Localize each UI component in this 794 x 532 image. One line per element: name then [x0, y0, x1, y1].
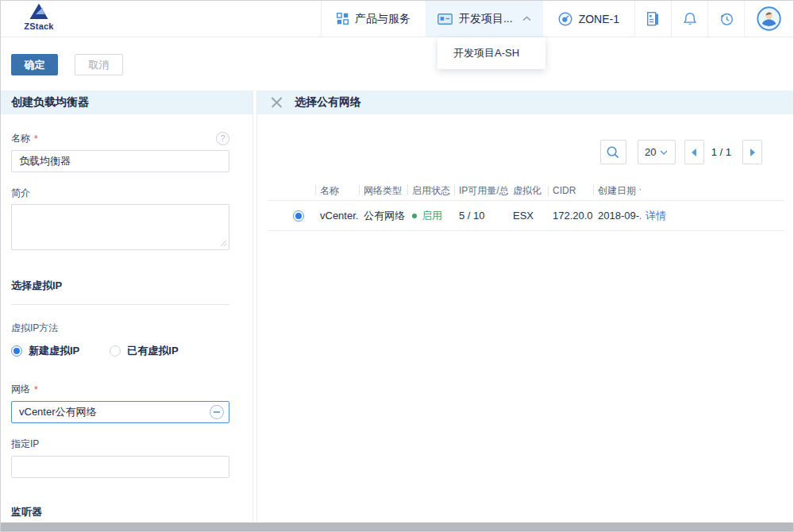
- state-label: 启用: [422, 209, 442, 223]
- create-lb-form: 名称 * ? 简介 选择虚拟IP 虚拟IP方法: [1, 132, 252, 532]
- network-label: 网络: [11, 383, 30, 396]
- avatar-icon: [757, 6, 781, 31]
- grid-icon: [337, 13, 349, 25]
- zstack-logo-text: ZStack: [15, 21, 63, 31]
- confirm-button[interactable]: 确定: [11, 54, 58, 75]
- radio-unselected-icon: [110, 345, 121, 357]
- cancel-button[interactable]: 取消: [75, 54, 123, 75]
- project-card-icon: [437, 13, 453, 25]
- name-label: 名称: [11, 132, 30, 145]
- radio-selected-icon: [11, 345, 22, 357]
- radio-existing-vip[interactable]: 已有虚拟IP: [110, 344, 178, 358]
- nav-products-services[interactable]: 产品与服务: [321, 1, 426, 37]
- desc-label-row: 简介: [11, 187, 229, 200]
- create-lb-panel-header: 创建负载均衡器: [1, 91, 252, 114]
- vip-method-radios: 新建虚拟IP 已有虚拟IP: [11, 344, 229, 358]
- create-lb-panel: 创建负载均衡器 名称 * ? 简介 选择虚拟IP: [1, 91, 253, 522]
- header-created-date[interactable]: 创建日期: [593, 184, 641, 198]
- ip-input[interactable]: [11, 456, 229, 478]
- name-label-row: 名称 * ?: [11, 132, 229, 145]
- chevron-up-icon: [522, 16, 531, 21]
- remove-network-icon[interactable]: [210, 405, 224, 419]
- network-table: 名称 网络类型 启用状态 IP可用量/总额 虚拟化 CIDR 创建日期: [268, 181, 784, 231]
- nav-history-button[interactable]: [707, 1, 744, 37]
- name-input[interactable]: [11, 150, 229, 172]
- header-cidr: CIDR: [548, 185, 593, 196]
- action-bar: 确定 取消: [1, 37, 793, 91]
- resize-handle-icon[interactable]: [220, 240, 227, 247]
- vip-method-label: 虚拟IP方法: [11, 322, 229, 335]
- cell-state: 启用: [407, 209, 454, 223]
- next-arrow-icon: [750, 148, 755, 156]
- close-icon[interactable]: [271, 97, 283, 109]
- search-icon: [606, 145, 620, 160]
- radio-new-vip[interactable]: 新建虚拟IP: [11, 344, 79, 358]
- header-virtualization: 虚拟化: [508, 184, 548, 198]
- project-menu-item[interactable]: 开发项目A-SH: [437, 37, 545, 69]
- network-field: [11, 401, 229, 423]
- radio-new-vip-label: 新建虚拟IP: [29, 344, 79, 358]
- desc-textarea[interactable]: [11, 204, 229, 250]
- zstack-logo[interactable]: ZStack: [15, 3, 63, 31]
- search-button[interactable]: [600, 140, 626, 164]
- sort-caret-icon: [639, 189, 641, 195]
- help-icon[interactable]: ?: [216, 132, 229, 145]
- create-lb-title: 创建负载均衡器: [11, 95, 89, 110]
- document-icon: [646, 11, 661, 27]
- nav-products-label: 产品与服务: [355, 12, 410, 26]
- bottom-page-edge: [1, 522, 793, 532]
- desc-field-wrap: [11, 204, 229, 250]
- row-detail-link[interactable]: 详情: [641, 209, 784, 223]
- ip-label: 指定IP: [11, 438, 39, 451]
- select-network-header: 选择公有网络: [257, 91, 794, 114]
- row-radio[interactable]: [268, 210, 315, 222]
- vip-section-title: 选择虚拟IP: [11, 279, 229, 305]
- network-input[interactable]: [11, 401, 229, 423]
- page-size-select[interactable]: 20: [638, 140, 676, 164]
- cell-network-type: 公有网络: [359, 209, 407, 223]
- required-mark: *: [34, 384, 38, 395]
- header-network-type: 网络类型: [359, 184, 407, 198]
- zstack-app-window: ZStack 产品与服务 开发项目...: [0, 0, 794, 532]
- project-dropdown-menu: 开发项目A-SH: [437, 37, 545, 69]
- ip-label-row: 指定IP: [11, 438, 229, 451]
- top-navbar: ZStack 产品与服务 开发项目...: [1, 1, 793, 37]
- prev-arrow-icon: [692, 148, 696, 156]
- chevron-down-icon: [660, 150, 668, 155]
- page-info: 1 / 1: [711, 146, 731, 158]
- zone-compass-icon: [558, 12, 572, 26]
- row-radio-selected-icon: [293, 210, 304, 222]
- table-toolbar: 20 1 / 1: [257, 140, 762, 164]
- network-label-row: 网络 *: [11, 383, 229, 396]
- state-dot-icon: [412, 214, 417, 218]
- nav-user-avatar[interactable]: [744, 1, 793, 37]
- nav-operation-log-button[interactable]: [634, 1, 671, 37]
- header-name: 名称: [315, 184, 359, 198]
- nav-project-label: 开发项目...: [459, 12, 513, 26]
- header-ip-capacity: IP可用量/总额: [454, 184, 508, 198]
- header-state: 启用状态: [407, 184, 454, 198]
- page-size-value: 20: [645, 146, 656, 158]
- nav-zone-selector[interactable]: ZONE-1: [543, 1, 634, 37]
- required-mark: *: [34, 133, 38, 145]
- main-content: 创建负载均衡器 名称 * ? 简介 选择虚拟IP: [1, 91, 793, 522]
- cell-name: vCenter...: [315, 210, 359, 222]
- select-network-title: 选择公有网络: [295, 95, 361, 110]
- select-network-panel: 选择公有网络 20 1 / 1: [256, 91, 794, 522]
- cell-created-date: 2018-09-...: [593, 210, 641, 222]
- desc-label: 简介: [11, 187, 30, 200]
- navbar-right-group: 产品与服务 开发项目... ZONE-1: [321, 1, 793, 37]
- zstack-logo-icon: [29, 3, 49, 20]
- nav-notifications-button[interactable]: [671, 1, 707, 37]
- next-page-button[interactable]: [742, 140, 762, 164]
- radio-existing-vip-label: 已有虚拟IP: [127, 344, 178, 358]
- cell-virtualization: ESX: [508, 210, 548, 222]
- table-header-row: 名称 网络类型 启用状态 IP可用量/总额 虚拟化 CIDR 创建日期: [268, 181, 784, 201]
- history-clock-icon: [719, 11, 734, 27]
- bell-icon: [682, 11, 698, 27]
- cell-cidr: 172.20.0...: [548, 210, 593, 222]
- nav-project-selector[interactable]: 开发项目...: [426, 1, 543, 37]
- nav-zone-label: ZONE-1: [579, 13, 619, 25]
- table-row[interactable]: vCenter... 公有网络 启用 5 / 10 ESX 172.20.0..…: [268, 201, 784, 231]
- prev-page-button[interactable]: [684, 140, 704, 164]
